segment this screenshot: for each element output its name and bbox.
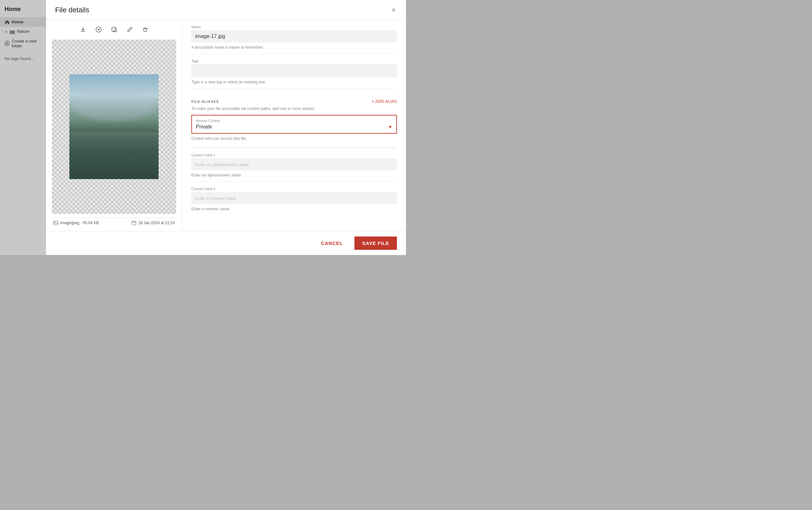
close-button[interactable]: × [390, 6, 397, 13]
play-button[interactable] [94, 25, 103, 36]
preview-toolbar [79, 25, 150, 36]
dialog-body: image/jpeg - 95.04 KB 18 Jan 2024 at 22:… [46, 20, 406, 231]
file-date-label: 18 Jan 2024 at 22:24 [138, 221, 175, 225]
aliases-header: FILE ALIASES + ADD ALIAS [191, 94, 397, 106]
custom-field-2-label: Enter a numeric value. [191, 207, 397, 211]
home-icon [4, 19, 10, 25]
sidebar-home-label: Home [12, 20, 23, 24]
dialog-title: File details [55, 6, 89, 14]
access-control-value: Private [196, 124, 212, 130]
name-label: Name [191, 25, 397, 29]
name-input[interactable] [191, 30, 397, 42]
aliases-hint: To make your file accessible via custom … [191, 106, 397, 111]
form-panel: Name A descriptive name is easier to rem… [182, 20, 406, 231]
file-mime-label: image/jpeg - 95.04 KB [60, 221, 99, 225]
calendar-icon [132, 221, 136, 225]
image-preview-container [52, 39, 176, 214]
copy-button[interactable] [110, 25, 119, 36]
chevron-down-icon: ▼ [388, 124, 392, 130]
file-details-dialog: File details × [46, 0, 406, 255]
download-button[interactable] [79, 25, 88, 36]
custom-field-1-section: Custom Field 1 Enter an alphanumeric val… [191, 148, 397, 181]
new-folder-button[interactable]: Create a new folder [0, 36, 46, 51]
tags-input[interactable] [191, 64, 397, 77]
tags-field: Tags Type in a new tag or select an exis… [191, 54, 397, 89]
add-alias-button[interactable]: + ADD ALIAS [372, 99, 397, 104]
custom-field-2-section: Custom Field 2 Enter a numeric value. [191, 181, 397, 215]
dialog-header: File details × [46, 0, 406, 20]
preview-panel: image/jpeg - 95.04 KB 18 Jan 2024 at 22:… [46, 20, 182, 231]
access-control-label: Access Control [196, 119, 392, 123]
new-folder-label: Create a new folder [12, 38, 41, 48]
access-control-select[interactable]: Private ▼ [196, 124, 392, 130]
sidebar-title: Home [0, 3, 46, 17]
sidebar: Home Home Nature [0, 0, 46, 255]
file-date: 18 Jan 2024 at 22:24 [132, 221, 175, 225]
cancel-button[interactable]: CANCEL [314, 237, 349, 249]
save-button[interactable]: SAVE FILE [355, 236, 397, 250]
plus-circle-icon [4, 40, 10, 47]
svg-rect-11 [132, 221, 136, 225]
access-control-hint: Control who can access this file. [191, 136, 397, 141]
svg-rect-2 [10, 30, 12, 31]
edit-button[interactable] [125, 25, 134, 36]
delete-button[interactable] [141, 25, 150, 36]
sidebar-item-home[interactable]: Home [0, 17, 46, 27]
tags-label: Tags [191, 59, 397, 63]
file-mime-size: image/jpeg - 95.04 KB [53, 221, 99, 225]
name-field: Name A descriptive name is easier to rem… [191, 20, 397, 54]
custom-field-2-input[interactable] [191, 192, 397, 204]
access-control-wrapper: Access Control Private ▼ [191, 115, 397, 134]
custom-field-1-input[interactable] [191, 158, 397, 170]
aliases-section: FILE ALIASES + ADD ALIAS To make your fi… [191, 89, 397, 148]
chevron-right-icon [4, 29, 8, 34]
name-hint: A descriptive name is easier to remember… [191, 45, 397, 50]
sidebar-nature-label: Nature [17, 29, 30, 34]
aliases-section-label: FILE ALIASES [191, 100, 219, 104]
svg-rect-8 [112, 27, 115, 31]
custom-field-1-label: Enter an alphanumeric value. [191, 173, 397, 177]
folder-icon [10, 29, 15, 34]
file-info-bar: image/jpeg - 95.04 KB 18 Jan 2024 at 22:… [52, 218, 176, 226]
tags-hint: Type in a new tag or select an existing … [191, 80, 397, 84]
dialog-footer: CANCEL SAVE FILE [46, 231, 406, 255]
image-icon [53, 221, 58, 225]
preview-photo [69, 74, 159, 179]
sidebar-item-nature[interactable]: Nature [0, 27, 46, 36]
tags-empty-label: No tags found... [0, 51, 46, 64]
